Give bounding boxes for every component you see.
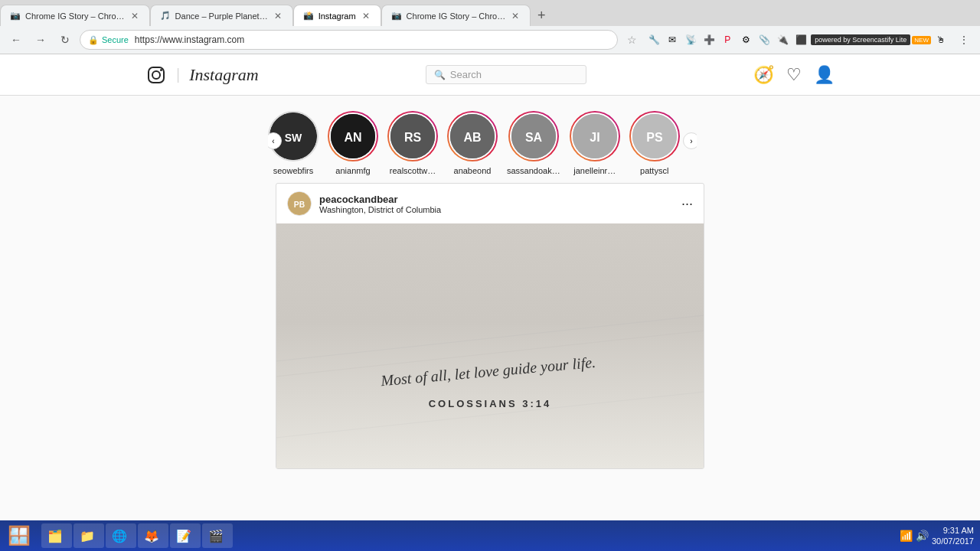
tab-4[interactable]: 📷 Chrome IG Story – Chro… ✕ <box>381 5 531 26</box>
menu-button[interactable]: ⋮ <box>954 30 974 50</box>
video-icon: 🎬 <box>208 529 224 543</box>
taskbar-right: 📶 🔊 9:31 AM 30/07/2017 <box>900 525 980 547</box>
story-item-1[interactable]: AN anianmfg <box>328 111 378 175</box>
logo-divider: | <box>176 66 180 83</box>
heart-icon[interactable]: ♡ <box>786 65 802 85</box>
new-tab-button[interactable]: + <box>531 5 552 26</box>
screencastify-badge: powered by Screencastify Lite <box>811 34 910 45</box>
search-icon: 🔍 <box>434 70 446 80</box>
story-avatar-inner-3: AB <box>449 112 496 160</box>
taskbar-item-firefox[interactable]: 🦊 <box>138 523 168 548</box>
tab-2[interactable]: 🎵 Dance – Purple Planet… ✕ <box>150 5 293 26</box>
profile-icon[interactable]: 👤 <box>814 65 835 85</box>
header-icons: 🧭 ♡ 👤 <box>753 65 835 85</box>
instagram-header: | Instagram 🔍 Search 🧭 ♡ 👤 <box>0 54 980 96</box>
refresh-button[interactable]: ↻ <box>55 30 75 50</box>
story-username-1: anianmfg <box>335 166 370 175</box>
ext-icon-5[interactable]: ⚙ <box>737 31 754 48</box>
story-username-6: pattyscl <box>640 166 668 175</box>
story-username-4: sassandoak… <box>507 166 560 175</box>
system-tray: 📶 🔊 <box>900 530 929 542</box>
word-icon: 📝 <box>176 529 191 543</box>
story-avatar-inner-5: JI <box>571 112 619 160</box>
svg-rect-19 <box>276 223 704 468</box>
taskbar-item-folder[interactable]: 🗂️ <box>41 523 72 548</box>
tab-3-favicon: 📸 <box>303 11 314 21</box>
tab-3[interactable]: 📸 Instagram ✕ <box>293 5 381 26</box>
forward-button[interactable]: → <box>31 30 51 50</box>
post-image-svg: Most of all, let love guide your life. C… <box>276 223 704 468</box>
taskbar-items: 🗂️ 📁 🌐 🦊 📝 🎬 <box>38 523 900 548</box>
address-input[interactable]: 🔒 Secure https://www.instagram.com <box>80 30 618 50</box>
svg-point-1 <box>152 71 160 79</box>
taskbar-item-video[interactable]: 🎬 <box>202 523 233 548</box>
tab-3-label: Instagram <box>318 11 356 21</box>
stories-container: ‹ SW seowebfirs AN <box>268 111 697 175</box>
ext-icon-1[interactable]: 🔧 <box>645 31 662 48</box>
search-box[interactable]: 🔍 Search <box>426 65 586 84</box>
instagram-page: | Instagram 🔍 Search 🧭 ♡ 👤 ‹ <box>0 54 980 521</box>
story-item-3[interactable]: AB anabeond <box>447 111 498 175</box>
ext-icon-pinterest[interactable]: P <box>719 31 736 48</box>
tab-4-label: Chrome IG Story – Chro… <box>407 11 506 21</box>
new-badge: NEW <box>912 36 931 44</box>
tab-2-label: Dance – Purple Planet… <box>175 11 268 21</box>
ext-icon-add[interactable]: ➕ <box>701 31 717 48</box>
chrome-icon: 🌐 <box>112 529 127 543</box>
ext-icon-8[interactable]: ⬛ <box>792 31 809 48</box>
bookmark-button[interactable]: ☆ <box>622 31 641 49</box>
taskbar-item-files[interactable]: 📁 <box>74 523 104 548</box>
instagram-logo-icon <box>145 64 167 86</box>
stories-section: ‹ SW seowebfirs AN <box>0 96 980 183</box>
tab-1-close[interactable]: ✕ <box>129 9 140 23</box>
tab-3-close[interactable]: ✕ <box>361 9 371 23</box>
start-button[interactable]: 🪟 <box>0 520 38 551</box>
tab-1[interactable]: 📷 Chrome IG Story – Chro… ✕ <box>0 5 150 26</box>
story-avatar-5: JI <box>570 111 620 161</box>
extension-icons: 🔧 ✉ 📡 ➕ P ⚙ 📎 🔌 ⬛ powered by Screencasti… <box>645 31 949 48</box>
taskbar-item-word[interactable]: 📝 <box>170 523 201 548</box>
logo-area: | Instagram <box>145 64 259 86</box>
feed-section: PB peacockandbear Washington, District o… <box>0 183 980 484</box>
clock-date: 30/07/2017 <box>932 536 974 546</box>
network-icon: 📶 <box>900 530 913 542</box>
story-avatar-inner-6: PS <box>631 112 678 160</box>
post-user-info: peacockandbear Washington, District of C… <box>319 194 674 214</box>
lock-icon: 🔒 <box>88 35 99 45</box>
back-button[interactable]: ← <box>6 30 26 50</box>
address-bar: ← → ↻ 🔒 Secure https://www.instagram.com… <box>0 26 980 54</box>
folder-icon: 🗂️ <box>47 529 63 543</box>
story-username-3: anabeond <box>454 166 492 175</box>
story-item-2[interactable]: RS realscottw… <box>387 111 438 175</box>
post-container: PB peacockandbear Washington, District o… <box>276 183 704 469</box>
svg-text:JI: JI <box>590 131 599 144</box>
secure-label: Secure <box>102 35 129 44</box>
story-avatar-1: AN <box>328 111 378 161</box>
compass-icon[interactable]: 🧭 <box>753 65 774 85</box>
search-input[interactable]: Search <box>450 69 482 80</box>
taskbar: 🪟 🗂️ 📁 🌐 🦊 📝 🎬 📶 🔊 9:31 AM 30/07/2017 <box>0 520 980 551</box>
post-options-button[interactable]: ··· <box>681 196 693 212</box>
story-item-5[interactable]: JI janelleinr… <box>570 111 620 175</box>
story-avatar-inner-1: AN <box>329 112 377 160</box>
story-item-4[interactable]: SA sassandoak… <box>507 111 560 175</box>
ext-icon-6[interactable]: 📎 <box>756 31 773 48</box>
volume-icon: 🔊 <box>916 530 929 542</box>
story-avatar-6: PS <box>629 111 680 161</box>
story-username-0: seowebfirs <box>273 166 314 175</box>
tab-1-favicon: 📷 <box>10 11 21 21</box>
story-item-6[interactable]: PS pattyscl <box>629 111 680 175</box>
tab-4-favicon: 📷 <box>391 11 402 21</box>
files-icon: 📁 <box>80 529 95 543</box>
stories-next-button[interactable]: › <box>683 132 697 149</box>
svg-text:PB: PB <box>294 201 305 209</box>
ext-icon-mail[interactable]: ✉ <box>664 31 681 48</box>
ext-icon-cast[interactable]: 📡 <box>682 31 699 48</box>
taskbar-item-chrome[interactable]: 🌐 <box>106 523 136 548</box>
tab-2-close[interactable]: ✕ <box>273 9 283 23</box>
ext-icon-7[interactable]: 🔌 <box>774 31 791 48</box>
ext-icon-cursor[interactable]: 🖱 <box>933 31 949 48</box>
tab-4-close[interactable]: ✕ <box>510 9 521 23</box>
svg-text:AN: AN <box>344 131 361 144</box>
post-username[interactable]: peacockandbear <box>319 194 674 205</box>
